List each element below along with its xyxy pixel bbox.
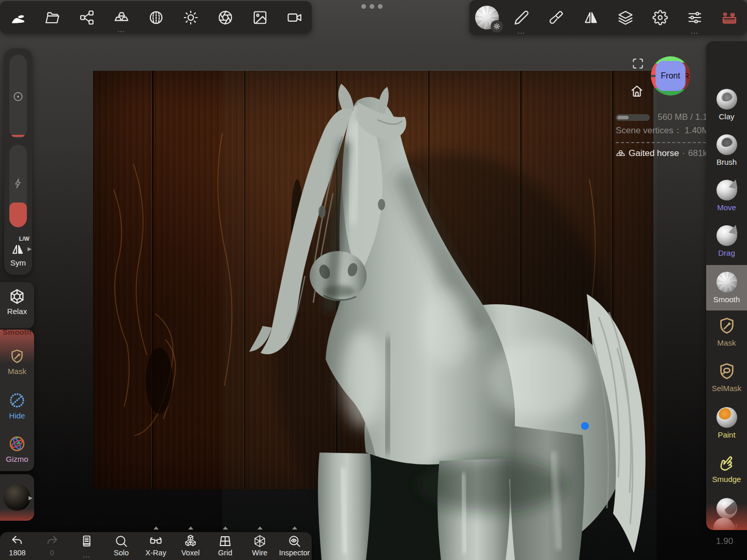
tool-label: SelMask xyxy=(712,384,742,393)
sym-label: Sym xyxy=(4,258,32,267)
tool-smooth[interactable]: Smooth xyxy=(706,272,747,315)
aperture-icon xyxy=(218,10,233,25)
stroke-button[interactable]: ... xyxy=(504,0,539,35)
mask-shortcut[interactable]: Mask xyxy=(0,348,34,376)
reset-view-button[interactable] xyxy=(630,84,644,100)
expand-caret[interactable] xyxy=(223,526,228,530)
layers-icon xyxy=(618,10,633,25)
matcap-sphere-icon xyxy=(148,10,164,25)
expand-caret[interactable] xyxy=(154,526,159,530)
material-button[interactable] xyxy=(139,1,173,34)
expand-caret[interactable] xyxy=(257,526,263,530)
smudge-finger-icon xyxy=(717,453,737,472)
tool-brush[interactable]: Brush xyxy=(706,134,747,178)
background-button[interactable] xyxy=(242,1,277,34)
home-icon xyxy=(630,84,644,98)
top-right-toolbar: ... xyxy=(469,0,747,35)
tool-mask[interactable]: Mask xyxy=(706,316,747,360)
inspector-eye-icon xyxy=(287,534,301,548)
undo-button[interactable]: 1808 xyxy=(0,532,35,560)
brush-sphere-icon xyxy=(716,134,737,155)
material-sphere-preview xyxy=(4,484,31,511)
bake-layers-button[interactable]: ... xyxy=(104,1,139,34)
relax-web-icon xyxy=(9,288,25,305)
tool-selmask[interactable]: SelMask xyxy=(706,362,747,405)
gizmo-axes-icon xyxy=(8,435,26,453)
mask-shield-icon xyxy=(9,348,25,365)
tool-label: Move xyxy=(717,203,736,212)
bottom-toolbar: 1808 0 ... Solo X-R xyxy=(0,532,312,560)
tool-paint[interactable]: Paint xyxy=(706,407,747,450)
sun-icon xyxy=(183,10,199,25)
mask-shield-icon xyxy=(717,316,737,336)
material-panel[interactable]: ▶ xyxy=(0,474,34,521)
solo-label: Solo xyxy=(114,549,129,557)
pointer-dot xyxy=(581,422,589,430)
intensity-slider[interactable] xyxy=(9,145,27,227)
relax-panel[interactable]: Relax xyxy=(0,282,34,329)
zoom-indicator: 1.90 xyxy=(716,536,733,547)
mask-label: Mask xyxy=(8,367,26,376)
fullscreen-button[interactable] xyxy=(631,57,645,72)
tool-clay[interactable]: Clay xyxy=(706,89,747,132)
smooth-sphere-icon xyxy=(716,272,737,292)
app-logo[interactable] xyxy=(0,1,35,34)
layers-button[interactable] xyxy=(608,0,643,35)
scene-graph-button[interactable] xyxy=(69,1,104,34)
tool-drag[interactable]: Drag xyxy=(706,225,747,269)
tool-smudge[interactable]: Smudge xyxy=(706,453,747,496)
paint-sphere-icon xyxy=(716,407,737,428)
paintbrush-icon xyxy=(548,10,564,25)
radius-icon xyxy=(12,91,24,102)
settings-button[interactable] xyxy=(643,0,677,35)
tool-settings-badge[interactable] xyxy=(491,20,503,33)
grid-label: Grid xyxy=(218,549,232,557)
toolbox-button[interactable] xyxy=(712,0,746,35)
tool-move[interactable]: Move xyxy=(706,180,747,223)
expand-caret[interactable] xyxy=(292,526,297,530)
painting-button[interactable] xyxy=(539,0,573,35)
undo-icon xyxy=(10,534,24,548)
view-orientation-gizmo[interactable]: R Front xyxy=(651,56,690,96)
move-sphere-icon xyxy=(716,180,737,200)
tool-label: Mask xyxy=(718,338,736,347)
camera-button[interactable] xyxy=(277,1,312,34)
active-tool-button[interactable] xyxy=(469,0,504,35)
sliders-icon xyxy=(687,10,703,25)
gizmo-shortcut[interactable]: Gizmo xyxy=(0,435,34,463)
interface-button[interactable]: ... xyxy=(677,0,712,35)
files-button[interactable] xyxy=(35,1,69,34)
wire-button[interactable]: Wire xyxy=(242,532,277,560)
expand-caret[interactable] xyxy=(188,526,193,530)
toolbox-icon xyxy=(721,9,738,26)
drag-handle-dots[interactable] xyxy=(361,4,383,9)
notes-button[interactable]: ... xyxy=(69,532,104,560)
xray-button[interactable]: X-Ray xyxy=(139,532,173,560)
radius-slider[interactable] xyxy=(9,55,27,138)
postprocess-button[interactable] xyxy=(208,1,242,34)
object-name: Gaited horse xyxy=(629,148,679,159)
drag-sphere-icon xyxy=(716,225,737,246)
redo-count: 0 xyxy=(50,549,54,557)
sym-expand-arrow[interactable]: ▶ xyxy=(27,246,32,252)
lighting-button[interactable] xyxy=(173,1,208,34)
top-left-toolbar: ... xyxy=(0,1,312,34)
hide-shortcut[interactable]: Hide xyxy=(0,392,34,420)
grid-button[interactable]: Grid xyxy=(208,532,242,560)
scroll-hint-gradient xyxy=(706,503,747,530)
gizmo-front-face[interactable]: Front xyxy=(655,61,685,91)
horse-sculpture[interactable] xyxy=(222,69,657,560)
divider xyxy=(616,142,706,143)
left-tools-panel: Smooth Mask Hide Gizmo xyxy=(0,330,34,471)
material-expand-arrow[interactable]: ▶ xyxy=(28,495,33,501)
memory-usage-bar xyxy=(616,114,650,121)
symmetry-button[interactable] xyxy=(573,0,608,35)
magnifier-icon xyxy=(114,534,128,548)
scene-object-row[interactable]: Gaited horse · 681k xyxy=(616,148,707,159)
voxel-button[interactable]: Voxel xyxy=(173,532,208,560)
active-tool-sphere-icon xyxy=(475,6,499,29)
solo-button[interactable]: Solo xyxy=(104,532,139,560)
redo-button[interactable]: 0 xyxy=(35,532,69,560)
inspector-button[interactable]: Inspector xyxy=(277,532,312,560)
scrolled-tool-label: Smooth xyxy=(0,330,34,336)
